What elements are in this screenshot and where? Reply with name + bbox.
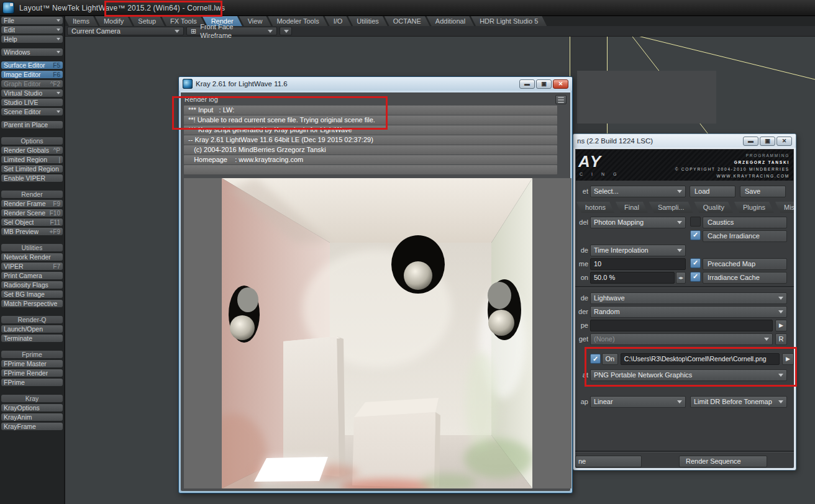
- sidebar-item[interactable]: KrayOptions: [1, 404, 63, 412]
- sidebar-item[interactable]: Kray: [1, 395, 63, 402]
- sidebar-item[interactable]: Network Render: [1, 253, 63, 261]
- preset-save-button[interactable]: Save: [740, 186, 786, 197]
- menu-tab[interactable]: HDR Light Studio 5: [471, 16, 547, 26]
- close-button[interactable]: ✕: [553, 79, 568, 89]
- caustics-checkbox[interactable]: [690, 217, 701, 227]
- sidebar-item[interactable]: MB Preview +F9: [1, 228, 63, 235]
- render-frame-button-fragment[interactable]: ne: [575, 456, 642, 467]
- gi-model-dropdown[interactable]: Photon Mapping: [590, 217, 686, 228]
- frames-input[interactable]: 10: [590, 258, 686, 270]
- irradiance-cache-checkbox-label[interactable]: Irradiance Cache: [703, 272, 787, 284]
- sidebar-item[interactable]: Set BG Image: [1, 290, 63, 298]
- sidebar-item[interactable]: Studio LIVE: [1, 99, 63, 106]
- options-tab[interactable]: Quality: [694, 202, 733, 213]
- target-dropdown[interactable]: (None): [590, 333, 773, 345]
- menu-tab[interactable]: Modeler Tools: [268, 16, 327, 26]
- preset-dropdown[interactable]: Select...: [590, 186, 686, 197]
- sidebar-item[interactable]: Render: [1, 191, 63, 198]
- minimize-button[interactable]: ▬: [743, 137, 758, 146]
- resolution-input[interactable]: 50.0 %: [590, 272, 675, 284]
- sidebar-item[interactable]: Virtual Studio: [1, 89, 63, 97]
- sidebar-item[interactable]: [1, 388, 63, 393]
- output-on-checkbox[interactable]: ✓: [590, 354, 601, 364]
- sidebar-item[interactable]: Render Globals ^P: [1, 146, 63, 154]
- menu-tab[interactable]: Items: [64, 16, 98, 26]
- type-expand-button[interactable]: ▶: [775, 320, 787, 331]
- sidebar-item[interactable]: Set Limited Region: [1, 165, 63, 173]
- sidebar-item[interactable]: Image Editor F6: [1, 71, 63, 78]
- cache-irradiance-checkbox[interactable]: ✓: [690, 230, 701, 240]
- sidebar-item[interactable]: Render Scene F10: [1, 209, 63, 217]
- sidebar-item[interactable]: Edit: [1, 26, 63, 34]
- options-tab[interactable]: hotons: [576, 202, 614, 213]
- target-reset-button[interactable]: R: [775, 333, 787, 345]
- sidebar-item[interactable]: Scene Editor: [1, 108, 63, 115]
- sidebar-item[interactable]: Surface Editor F5: [1, 61, 63, 69]
- sidebar-item[interactable]: Windows: [1, 48, 63, 56]
- sidebar-item[interactable]: Options: [1, 137, 63, 145]
- render-log-line[interactable]: Homepage : www.kraytracing.com: [184, 155, 557, 164]
- render-log-line[interactable]: [184, 165, 557, 174]
- sidebar-item[interactable]: File: [1, 17, 63, 24]
- menu-tab[interactable]: FX Tools: [162, 16, 206, 26]
- render-sequence-button[interactable]: Render Sequence: [679, 456, 767, 467]
- options-window-titlebar[interactable]: ns (2.2 Build 1224 LSC) ▬ ▣ ✕: [573, 134, 796, 148]
- maximize-button[interactable]: ▣: [536, 79, 552, 89]
- sidebar-item[interactable]: FPrime Render: [1, 369, 63, 377]
- sidebar-item[interactable]: VIPER F7: [1, 263, 63, 270]
- sidebar-item[interactable]: KrayFrame: [1, 423, 63, 430]
- options-tab[interactable]: Misc: [775, 202, 794, 213]
- sidebar-item[interactable]: Limited Region |: [1, 156, 63, 163]
- tonemap-dropdown[interactable]: Linear: [590, 396, 686, 408]
- sidebar-item[interactable]: Fprime: [1, 351, 63, 358]
- options-tab[interactable]: Final G...: [616, 202, 648, 213]
- sidebar-item[interactable]: Enable VIPER: [1, 174, 63, 182]
- kray-window-titlebar[interactable]: Kray 2.61 for LightWave 11.6 ▬ ▣ ✕: [179, 77, 572, 91]
- maximize-button[interactable]: ▣: [760, 137, 775, 146]
- menu-tab[interactable]: OCTANE: [385, 16, 430, 26]
- menu-tab[interactable]: Setup: [129, 16, 165, 26]
- sidebar-item[interactable]: Parent in Place: [1, 121, 63, 128]
- sidebar-item[interactable]: Graph Editor ^F2: [1, 80, 63, 88]
- order-dropdown[interactable]: Random: [590, 306, 787, 318]
- menu-tab[interactable]: I/O: [325, 16, 352, 26]
- sidebar-item[interactable]: Radiosity Flags: [1, 281, 63, 289]
- view-extra-dropdown[interactable]: [280, 27, 292, 35]
- resolution-spinner[interactable]: ◂▸: [676, 272, 686, 284]
- anim-mode-dropdown[interactable]: Time Interpolation: [590, 245, 686, 256]
- sidebar-item[interactable]: [1, 58, 63, 60]
- minimize-button[interactable]: ▬: [519, 79, 535, 89]
- log-menu-button[interactable]: [555, 95, 567, 104]
- sidebar-item[interactable]: Help: [1, 35, 63, 43]
- view-mode-dropdown[interactable]: ⊞ Front Face Wireframe: [186, 27, 277, 35]
- lightwave-mode-dropdown[interactable]: Lightwave: [590, 292, 787, 304]
- sidebar-item[interactable]: [1, 130, 63, 135]
- sidebar-item[interactable]: [1, 309, 63, 314]
- sidebar-item[interactable]: [1, 117, 63, 119]
- close-button[interactable]: ✕: [776, 137, 792, 146]
- camera-selector-dropdown[interactable]: Current Camera: [67, 27, 184, 35]
- sidebar-item[interactable]: Terminate: [1, 335, 63, 342]
- irradiance-cache-checkbox[interactable]: ✓: [690, 272, 701, 282]
- sidebar-item[interactable]: Match Perspective: [1, 300, 63, 307]
- caustics-checkbox-label[interactable]: Caustics: [703, 217, 787, 228]
- format-dropdown[interactable]: PNG Portable Network Graphics: [590, 369, 787, 381]
- render-log-line[interactable]: *** Input : LW:: [184, 106, 557, 115]
- limit-dr-dropdown[interactable]: Limit DR Before Tonemap: [690, 396, 787, 408]
- options-tab[interactable]: Sampli...: [649, 202, 693, 213]
- sidebar-item[interactable]: Sel Object F11: [1, 218, 63, 226]
- output-path-field[interactable]: C:\Users\R3\Desktop\Cornell\Render\Corne…: [621, 353, 780, 365]
- sidebar-item[interactable]: Render Frame F9: [1, 200, 63, 207]
- sidebar-item[interactable]: Print Camera: [1, 272, 63, 279]
- preset-load-button[interactable]: Load: [690, 186, 735, 197]
- menu-tab[interactable]: Utilities: [348, 16, 387, 26]
- render-log-line[interactable]: (c) 2004-2016 MindBerries Grzegorz Tansk…: [184, 145, 557, 155]
- precached-map-checkbox-label[interactable]: Precached Map: [703, 258, 787, 270]
- sidebar-item[interactable]: Launch/Open: [1, 325, 63, 333]
- sidebar-item[interactable]: FPrime: [1, 379, 63, 386]
- sidebar-item[interactable]: KrayAnim: [1, 413, 63, 421]
- menu-tab[interactable]: Modify: [95, 16, 132, 26]
- output-on-button[interactable]: On: [602, 353, 618, 365]
- sidebar-item[interactable]: [1, 45, 63, 47]
- sidebar-item[interactable]: Render-Q: [1, 316, 63, 323]
